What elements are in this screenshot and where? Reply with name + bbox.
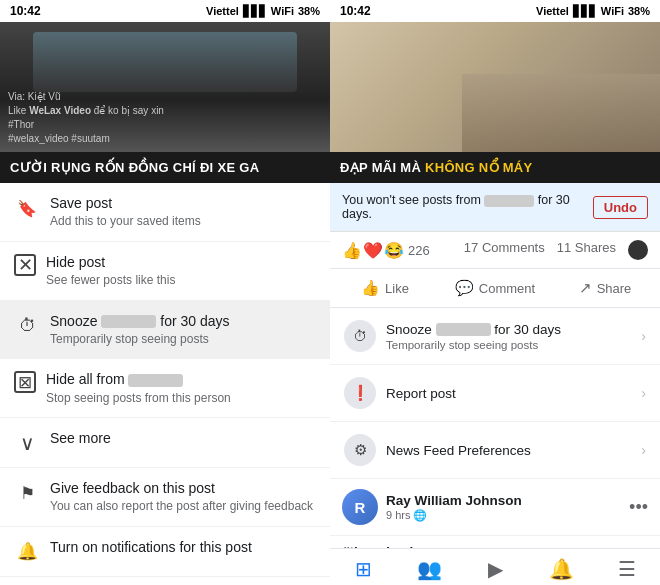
hide-all-icon: ⊠	[14, 371, 36, 393]
right-time: 10:42	[340, 4, 371, 18]
notifications-icon: 🔔	[14, 539, 40, 565]
share-button[interactable]: ↗ Share	[550, 271, 660, 305]
feedback-content: Give feedback on this post You can also …	[50, 479, 316, 515]
bell-icon: 🔔	[549, 557, 574, 581]
see-more-icon: ∨	[14, 430, 40, 456]
notifications-title: Turn on notifications for this post	[50, 538, 316, 556]
right-content: You won't see posts from for 30 days. Un…	[330, 183, 660, 548]
hide-post-title: Hide post	[46, 253, 316, 271]
globe-icon: 🌐	[413, 509, 427, 522]
left-top-image: Via: Kiệt Vũ Like WeLax Video để ko bị s…	[0, 22, 330, 152]
hide-all-title: Hide all from	[46, 370, 316, 388]
snooze-menu-item[interactable]: ⏱ Snooze for 30 days Temporarily stop se…	[0, 301, 330, 360]
save-post-content: Save post Add this to your saved items	[50, 194, 316, 230]
like-icon: 👍	[361, 279, 380, 297]
left-banner-text: CƯỜI RỤNG RỐN ĐỒNG CHÍ ĐI XE GA	[10, 160, 259, 175]
stats-bar: 👍 ❤️ 😂 226 17 Comments 11 Shares	[330, 232, 660, 269]
right-status-bar: 10:42 Viettel ▋▋▋ WiFi 38%	[330, 0, 660, 22]
see-more-content: See more	[50, 429, 316, 447]
snooze-name-blur	[101, 315, 156, 328]
hide-all-name-blur	[128, 374, 183, 387]
stats-right: 17 Comments 11 Shares	[464, 240, 648, 260]
right-carrier: Viettel	[536, 5, 569, 17]
snooze-dropdown-icon: ⏱	[344, 320, 376, 352]
report-arrow-icon: ›	[641, 385, 646, 401]
left-signal-icon: ▋▋▋	[243, 5, 267, 18]
home-icon: ⊞	[355, 557, 372, 581]
reaction-icons: 👍 ❤️ 😂	[342, 241, 404, 260]
bottom-nav: ⊞ 👥 ▶ 🔔 ☰	[330, 548, 660, 585]
comment-button[interactable]: 💬 Comment	[440, 271, 550, 305]
notification-bar: You won't see posts from for 30 days. Un…	[330, 183, 660, 232]
hide-post-menu-item[interactable]: ✕ Hide post See fewer posts like this	[0, 242, 330, 301]
hide-all-subtitle: Stop seeing posts from this person	[46, 391, 316, 407]
undo-button[interactable]: Undo	[593, 196, 648, 219]
like-label: Like	[385, 281, 409, 296]
haha-emoji: 😂	[384, 241, 404, 260]
post-text: #throwback	[330, 536, 660, 548]
report-icon: ❗	[344, 377, 376, 409]
love-emoji: ❤️	[363, 241, 383, 260]
post-user-name[interactable]: Ray William Johnson	[386, 493, 629, 508]
share-icon: ↗	[579, 279, 592, 297]
comment-label: Comment	[479, 281, 535, 296]
share-label: Share	[597, 281, 632, 296]
see-more-menu-item[interactable]: ∨ See more	[0, 418, 330, 468]
right-banner-text: ĐẠP MÃI MÀ KHÔNG NỔ MÁY	[340, 160, 650, 175]
snooze-dropdown-title: Snooze for 30 days	[386, 322, 641, 337]
left-status-bar: 10:42 Viettel ▋▋▋ WiFi 38%	[0, 0, 330, 22]
report-post-dropdown-item[interactable]: ❗ Report post ›	[330, 365, 660, 422]
hide-post-icon: ✕	[14, 254, 36, 276]
nav-bell[interactable]: 🔔	[528, 557, 594, 581]
feedback-title: Give feedback on this post	[50, 479, 316, 497]
snooze-arrow-icon: ›	[641, 328, 646, 344]
nav-friends[interactable]: 👥	[396, 557, 462, 581]
hide-all-content: Hide all from Stop seeing posts from thi…	[46, 370, 316, 406]
notifications-menu-item[interactable]: 🔔 Turn on notifications for this post	[0, 527, 330, 577]
feedback-menu-item[interactable]: ⚑ Give feedback on this post You can als…	[0, 468, 330, 527]
news-feed-pref-content: News Feed Preferences	[386, 443, 641, 458]
comment-icon: 💬	[455, 279, 474, 297]
nav-menu[interactable]: ☰	[594, 557, 660, 581]
hide-post-subtitle: See fewer posts like this	[46, 273, 316, 289]
right-panel: 10:42 Viettel ▋▋▋ WiFi 38% ĐẠP MÃI MÀ KH…	[330, 0, 660, 585]
snooze-icon: ⏱	[14, 313, 40, 339]
left-battery: 38%	[298, 5, 320, 17]
snooze-content: Snooze for 30 days Temporarily stop seei…	[50, 312, 316, 348]
snooze-subtitle: Temporarily stop seeing posts	[50, 332, 316, 348]
save-post-subtitle: Add this to your saved items	[50, 214, 316, 230]
right-top-image	[330, 22, 660, 152]
save-post-title: Save post	[50, 194, 316, 212]
notification-name-blur	[484, 195, 534, 207]
watch-icon: ▶	[488, 557, 503, 581]
nav-watch[interactable]: ▶	[462, 557, 528, 581]
action-bar: 👍 Like 💬 Comment ↗ Share	[330, 269, 660, 308]
snooze-dropdown-content: Snooze for 30 days Temporarily stop seei…	[386, 322, 641, 351]
post-options-icon[interactable]: •••	[629, 497, 648, 518]
nav-home[interactable]: ⊞	[330, 557, 396, 581]
news-feed-arrow-icon: ›	[641, 442, 646, 458]
left-menu: 🔖 Save post Add this to your saved items…	[0, 183, 330, 585]
hide-all-menu-item[interactable]: ⊠ Hide all from Stop seeing posts from t…	[0, 359, 330, 418]
feedback-subtitle: You can also report the post after givin…	[50, 499, 316, 515]
news-feed-pref-dropdown-item[interactable]: ⚙ News Feed Preferences ›	[330, 422, 660, 479]
report-title: Report post	[386, 386, 641, 401]
right-banner: ĐẠP MÃI MÀ KHÔNG NỔ MÁY	[330, 152, 660, 183]
snooze-dropdown-name	[436, 323, 491, 336]
post-header: R Ray William Johnson 9 hrs 🌐 •••	[330, 479, 660, 536]
left-top-caption: Via: Kiệt Vũ Like WeLax Video để ko bị s…	[8, 90, 322, 146]
left-status-icons: Viettel ▋▋▋ WiFi 38%	[206, 5, 320, 18]
notification-text: You won't see posts from for 30 days.	[342, 193, 585, 221]
shares-count: 11 Shares	[557, 240, 616, 260]
reaction-count: 226	[408, 243, 430, 258]
like-emoji: 👍	[342, 241, 362, 260]
snooze-title: Snooze for 30 days	[50, 312, 316, 330]
post-avatar: R	[342, 489, 378, 525]
save-post-menu-item[interactable]: 🔖 Save post Add this to your saved items	[0, 183, 330, 242]
left-time: 10:42	[10, 4, 41, 18]
left-banner: CƯỜI RỤNG RỐN ĐỒNG CHÍ ĐI XE GA	[0, 152, 330, 183]
snooze-dropdown-item[interactable]: ⏱ Snooze for 30 days Temporarily stop se…	[330, 308, 660, 365]
save-post-icon: 🔖	[14, 195, 40, 221]
right-banner-normal: ĐẠP MÃI MÀ	[340, 160, 425, 175]
like-button[interactable]: 👍 Like	[330, 271, 440, 305]
